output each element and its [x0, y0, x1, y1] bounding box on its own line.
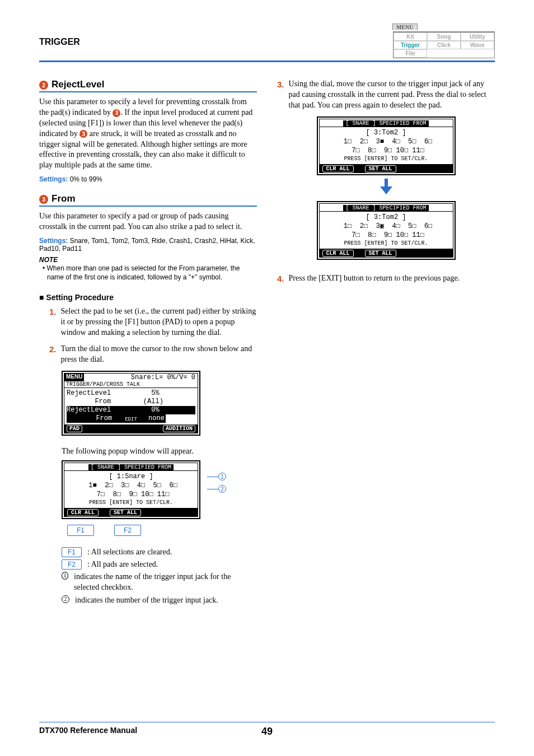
- popup-caption: The following popup window will appear.: [62, 447, 257, 456]
- footer-page-number: 49: [261, 726, 273, 738]
- popup3b-row1: 1□ 2□ 3▣ 4□ 5□ 6□: [323, 222, 449, 231]
- f2-callout: F2: [114, 525, 141, 536]
- menu-utility: Utility: [461, 32, 494, 41]
- lcd-menu-label: MENU: [64, 374, 84, 381]
- badge-3-icon: 3: [39, 195, 48, 204]
- callout-1-icon: 1: [62, 572, 68, 580]
- lcd-status: Snare:L= 0%/V= 0: [84, 374, 198, 381]
- menu-song: Song: [427, 32, 461, 41]
- popup3b-set: SET ALL: [365, 250, 396, 257]
- ref-3a-icon: 3: [113, 109, 120, 117]
- ref-3b-icon: 3: [79, 130, 87, 138]
- menu-trigger: Trigger: [394, 41, 427, 49]
- footer-title: DTX700 Reference Manual: [39, 726, 137, 735]
- step-1-text: Select the pad to be set (i.e., the curr…: [61, 306, 257, 338]
- popup-title-bar: [ SNARE ] SPECIFIED FROM: [88, 464, 174, 470]
- step-1: 1. Select the pad to be set (i.e., the c…: [39, 306, 257, 338]
- popup-set-all: SET ALL: [110, 509, 141, 516]
- popup3b-msg: PRESS [ENTER] TO SET/CLR.: [323, 240, 449, 248]
- popup3a-row2: 7□ 8□ 9□ 10□ 11□: [323, 146, 449, 155]
- badge-2-icon: 2: [39, 81, 48, 90]
- annot-2: 2: [207, 485, 226, 493]
- callout-1-desc: 1 indicates the name of the trigger inpu…: [62, 572, 257, 593]
- popup3b-row2: 7□ 8□ 9□ 10□ 11□: [323, 231, 449, 240]
- f1-desc-row: F1 : All selections are cleared.: [62, 547, 257, 557]
- menu-click: Click: [427, 41, 461, 49]
- svg-rect-0: [385, 179, 388, 188]
- popup3a-clr: CLR ALL: [322, 165, 354, 172]
- popup3a-msg: PRESS [ENTER] TO SET/CLR.: [323, 155, 449, 163]
- rejectlevel-settings: Settings: 0% to 99%: [39, 175, 257, 183]
- popup-row1: 1■ 2□ 3□ 4□ 5□ 6□: [68, 481, 194, 490]
- lcd-line3-selected: RejectLevel 0%: [67, 406, 195, 414]
- f1-desc: : All selections are cleared.: [87, 548, 172, 557]
- step-2: 2. Turn the dial to move the cursor to t…: [39, 344, 257, 365]
- f1-callout: F1: [67, 525, 94, 536]
- rejectlevel-body: Use this parameter to specify a level fo…: [39, 97, 257, 171]
- section-from-title: From: [51, 193, 76, 204]
- lcd-line4a: From none: [67, 414, 166, 423]
- step-4-num: 4.: [277, 273, 284, 284]
- popup-step3b: [ SNARE ] SPECIFIED FROM [ 3:Tom2 ] 1□ 2…: [317, 201, 456, 260]
- section-rejectlevel-head: 2 RejectLevel: [39, 79, 257, 92]
- from-body: Use this parameter to specify a pad or g…: [39, 211, 257, 232]
- step-4-text: Press the [EXIT] button to return to the…: [289, 273, 460, 284]
- f1-key: F1: [62, 547, 82, 557]
- lcd-line2: From (All): [67, 398, 195, 406]
- callout-2-icon: 2: [62, 595, 69, 603]
- popup-clr-all: CLR ALL: [67, 509, 99, 516]
- lcd-line1: RejectLevel 5%: [67, 389, 195, 398]
- popup3a-row1: 1□ 2□ 3■ 4□ 5□ 6□: [323, 137, 449, 146]
- callout-2-desc: 2 indicates the number of the trigger in…: [62, 595, 257, 606]
- step-4: 4. Press the [EXIT] button to return to …: [277, 273, 495, 284]
- popup3a-set: SET ALL: [365, 165, 396, 172]
- section-rejectlevel-title: RejectLevel: [51, 79, 105, 90]
- f2-key: F2: [62, 559, 82, 570]
- section-header: TRIGGER: [39, 22, 80, 47]
- lcd-edit-badge: EDIT: [123, 417, 139, 422]
- from-settings: Settings: Snare, Tom1, Tom2, Tom3, Ride,…: [39, 237, 257, 253]
- popup3b-name: [ 3:Tom2 ]: [323, 213, 449, 222]
- popup3b-clr: CLR ALL: [322, 250, 354, 257]
- arrow-down-icon: [277, 179, 495, 198]
- header-rule: [39, 60, 495, 62]
- popup-pad-name: [ 1:Snare ]: [68, 472, 194, 481]
- page-footer: DTX700 Reference Manual 49: [39, 722, 495, 735]
- lcd-breadcrumb: TRIGGER/PAD/CROSS TALK: [64, 381, 198, 388]
- f2-desc: : All pads are selected.: [87, 560, 158, 569]
- step-3-num: 3.: [277, 79, 284, 111]
- lcd-audition-btn: AUDITION: [163, 425, 195, 432]
- popup3a-name: [ 3:Tom2 ]: [323, 128, 449, 137]
- step-3: 3. Using the dial, move the cursor to th…: [277, 79, 495, 111]
- step-3-text: Using the dial, move the cursor to the t…: [289, 79, 495, 111]
- menu-wave: Wave: [461, 41, 494, 49]
- step-1-num: 1.: [49, 306, 57, 338]
- menu-file: File: [394, 49, 427, 58]
- svg-marker-1: [380, 186, 392, 194]
- popup-row2: 7□ 8□ 9□ 10□ 11□: [68, 490, 194, 499]
- menu-tab: MENU: [392, 24, 418, 30]
- f2-desc-row: F2 : All pads are selected.: [62, 559, 257, 570]
- setting-procedure-head: ■ Setting Procedure: [39, 293, 257, 302]
- popup3b-title: [ SNARE ] SPECIFIED FROM: [343, 205, 428, 211]
- section-from-head: 3 From: [39, 193, 257, 207]
- popup-msg: PRESS [ENTER] TO SET/CLR.: [68, 499, 194, 507]
- lcd-pad-btn: PAD: [67, 425, 82, 432]
- note-body: • When more than one pad is selected for…: [39, 264, 257, 282]
- popup-specified-from: [ SNARE ] SPECIFIED FROM [ 1:Snare ] 1■ …: [62, 460, 200, 519]
- step-2-num: 2.: [49, 344, 57, 365]
- menu-kit: Kit: [394, 32, 427, 41]
- popup-step3a: [ SNARE ] SPECIFIED FROM [ 3:Tom2 ] 1□ 2…: [317, 116, 456, 175]
- note-heading: NOTE: [39, 256, 257, 264]
- step-2-text: Turn the dial to move the cursor to the …: [61, 344, 257, 365]
- annot-1: 1: [207, 473, 226, 480]
- menu-box: MENU Kit Song Utility Trigger Click Wave…: [393, 22, 495, 58]
- popup3a-title: [ SNARE ] SPECIFIED FROM: [343, 120, 428, 127]
- lcd-screen-crosstalk: MENU Snare:L= 0%/V= 0 TRIGGER/PAD/CROSS …: [62, 371, 200, 436]
